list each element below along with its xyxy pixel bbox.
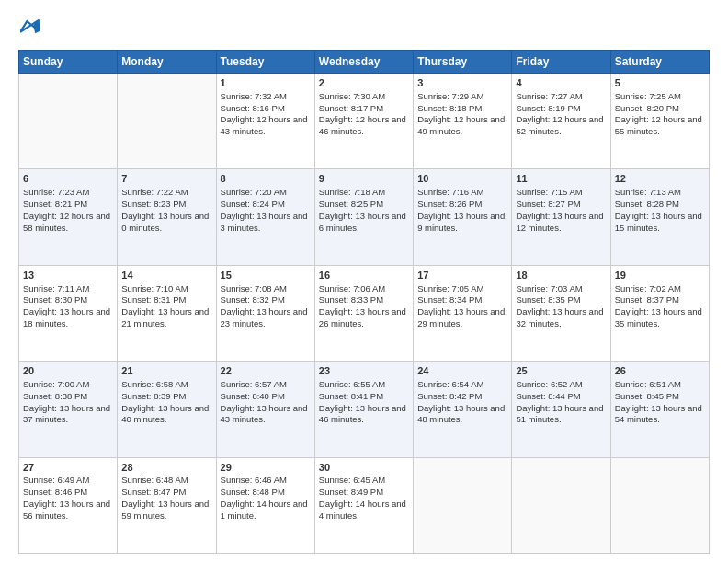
day-info: Sunset: 8:34 PM: [417, 294, 507, 306]
calendar-cell: 4Sunrise: 7:27 AMSunset: 8:19 PMDaylight…: [512, 74, 610, 169]
day-number: 21: [121, 364, 211, 378]
logo-icon: [20, 17, 40, 37]
calendar-cell: 14Sunrise: 7:10 AMSunset: 8:31 PMDayligh…: [118, 265, 216, 361]
day-info: Sunset: 8:16 PM: [221, 103, 311, 115]
header-row: SundayMondayTuesdayWednesdayThursdayFrid…: [19, 51, 710, 74]
calendar-cell: 27Sunrise: 6:49 AMSunset: 8:46 PMDayligh…: [19, 457, 118, 553]
day-info: Sunrise: 6:57 AM: [221, 379, 311, 391]
day-number: 8: [221, 172, 311, 186]
calendar-cell: 2Sunrise: 7:30 AMSunset: 8:17 PMDaylight…: [314, 74, 413, 169]
day-info: Sunset: 8:32 PM: [221, 294, 311, 306]
day-number: 16: [319, 269, 409, 282]
day-number: 27: [23, 461, 113, 475]
calendar-cell: 10Sunrise: 7:16 AMSunset: 8:26 PMDayligh…: [414, 169, 512, 265]
day-info: Sunrise: 6:46 AM: [221, 475, 311, 487]
day-info: Sunset: 8:19 PM: [516, 103, 606, 115]
day-number: 7: [121, 172, 211, 186]
day-info: Sunset: 8:40 PM: [221, 391, 311, 403]
day-info: Daylight: 13 hours and 15 minutes.: [615, 211, 705, 235]
calendar-cell: [118, 74, 216, 169]
day-info: Daylight: 13 hours and 0 minutes.: [121, 211, 211, 235]
day-info: Sunset: 8:44 PM: [516, 391, 606, 403]
day-info: Sunrise: 7:11 AM: [23, 283, 113, 295]
calendar-cell: 26Sunrise: 6:51 AMSunset: 8:45 PMDayligh…: [610, 362, 709, 457]
day-info: Sunrise: 6:55 AM: [319, 379, 409, 391]
day-info: Daylight: 13 hours and 37 minutes.: [23, 403, 113, 427]
day-info: Daylight: 13 hours and 26 minutes.: [319, 306, 409, 330]
day-info: Daylight: 13 hours and 9 minutes.: [417, 211, 507, 235]
day-info: Daylight: 13 hours and 18 minutes.: [23, 306, 113, 330]
day-info: Daylight: 14 hours and 4 minutes.: [319, 499, 409, 523]
day-info: Daylight: 13 hours and 59 minutes.: [121, 499, 211, 523]
header: [18, 17, 710, 40]
calendar-cell: 8Sunrise: 7:20 AMSunset: 8:24 PMDaylight…: [216, 169, 314, 265]
day-info: Daylight: 13 hours and 12 minutes.: [516, 211, 606, 235]
col-header-sunday: Sunday: [19, 51, 118, 74]
day-info: Daylight: 13 hours and 48 minutes.: [417, 403, 507, 427]
day-info: Sunrise: 6:45 AM: [319, 475, 409, 487]
day-info: Daylight: 13 hours and 6 minutes.: [319, 211, 409, 235]
calendar-cell: 25Sunrise: 6:52 AMSunset: 8:44 PMDayligh…: [512, 362, 610, 457]
day-info: Daylight: 12 hours and 52 minutes.: [516, 114, 606, 138]
day-number: 20: [23, 364, 113, 378]
day-info: Sunrise: 6:48 AM: [121, 475, 211, 487]
calendar-cell: 28Sunrise: 6:48 AMSunset: 8:47 PMDayligh…: [118, 457, 216, 553]
day-info: Daylight: 13 hours and 56 minutes.: [23, 499, 113, 523]
week-row-5: 27Sunrise: 6:49 AMSunset: 8:46 PMDayligh…: [19, 457, 710, 553]
day-info: Sunrise: 7:05 AM: [417, 283, 507, 295]
calendar-cell: 7Sunrise: 7:22 AMSunset: 8:23 PMDaylight…: [118, 169, 216, 265]
col-header-tuesday: Tuesday: [216, 51, 314, 74]
day-number: 4: [516, 76, 606, 90]
col-header-friday: Friday: [512, 51, 610, 74]
day-info: Daylight: 12 hours and 43 minutes.: [221, 114, 311, 138]
day-info: Sunrise: 7:29 AM: [417, 91, 507, 103]
calendar-cell: 12Sunrise: 7:13 AMSunset: 8:28 PMDayligh…: [610, 169, 709, 265]
day-info: Sunrise: 7:15 AM: [516, 187, 606, 199]
day-number: 30: [319, 461, 409, 475]
day-number: 24: [417, 364, 507, 378]
day-info: Daylight: 13 hours and 21 minutes.: [121, 306, 211, 330]
day-info: Daylight: 13 hours and 32 minutes.: [516, 306, 606, 330]
col-header-saturday: Saturday: [610, 51, 709, 74]
calendar-cell: 15Sunrise: 7:08 AMSunset: 8:32 PMDayligh…: [216, 265, 314, 361]
calendar-cell: [512, 457, 610, 553]
day-info: Sunrise: 7:23 AM: [23, 187, 113, 199]
day-info: Sunset: 8:28 PM: [615, 199, 705, 211]
calendar-cell: 22Sunrise: 6:57 AMSunset: 8:40 PMDayligh…: [216, 362, 314, 457]
day-info: Sunrise: 7:02 AM: [615, 283, 705, 295]
day-info: Daylight: 14 hours and 1 minute.: [221, 499, 311, 523]
day-number: 25: [516, 364, 606, 378]
day-number: 14: [121, 269, 211, 282]
day-info: Daylight: 12 hours and 58 minutes.: [23, 211, 113, 235]
day-number: 12: [615, 172, 705, 186]
calendar-cell: 6Sunrise: 7:23 AMSunset: 8:21 PMDaylight…: [19, 169, 118, 265]
day-info: Sunset: 8:41 PM: [319, 391, 409, 403]
day-info: Sunrise: 6:58 AM: [121, 379, 211, 391]
day-number: 15: [221, 269, 311, 282]
calendar-cell: 17Sunrise: 7:05 AMSunset: 8:34 PMDayligh…: [414, 265, 512, 361]
day-info: Sunset: 8:25 PM: [319, 199, 409, 211]
day-info: Daylight: 13 hours and 43 minutes.: [221, 403, 311, 427]
day-info: Sunrise: 7:00 AM: [23, 379, 113, 391]
day-info: Daylight: 13 hours and 29 minutes.: [417, 306, 507, 330]
day-info: Sunrise: 6:51 AM: [615, 379, 705, 391]
day-number: 17: [417, 269, 507, 282]
calendar-cell: 21Sunrise: 6:58 AMSunset: 8:39 PMDayligh…: [118, 362, 216, 457]
week-row-3: 13Sunrise: 7:11 AMSunset: 8:30 PMDayligh…: [19, 265, 710, 361]
day-info: Daylight: 13 hours and 3 minutes.: [221, 211, 311, 235]
calendar-cell: 11Sunrise: 7:15 AMSunset: 8:27 PMDayligh…: [512, 169, 610, 265]
day-info: Sunrise: 7:22 AM: [121, 187, 211, 199]
calendar-cell: 29Sunrise: 6:46 AMSunset: 8:48 PMDayligh…: [216, 457, 314, 553]
day-number: 11: [516, 172, 606, 186]
day-info: Daylight: 12 hours and 46 minutes.: [319, 114, 409, 138]
day-info: Daylight: 12 hours and 55 minutes.: [615, 114, 705, 138]
day-info: Sunrise: 6:52 AM: [516, 379, 606, 391]
day-info: Sunset: 8:20 PM: [615, 103, 705, 115]
day-number: 28: [121, 461, 211, 475]
calendar-cell: 30Sunrise: 6:45 AMSunset: 8:49 PMDayligh…: [314, 457, 413, 553]
calendar-cell: 5Sunrise: 7:25 AMSunset: 8:20 PMDaylight…: [610, 74, 709, 169]
day-info: Sunset: 8:26 PM: [417, 199, 507, 211]
day-info: Sunset: 8:24 PM: [221, 199, 311, 211]
day-info: Sunrise: 7:10 AM: [121, 283, 211, 295]
day-info: Sunset: 8:45 PM: [615, 391, 705, 403]
